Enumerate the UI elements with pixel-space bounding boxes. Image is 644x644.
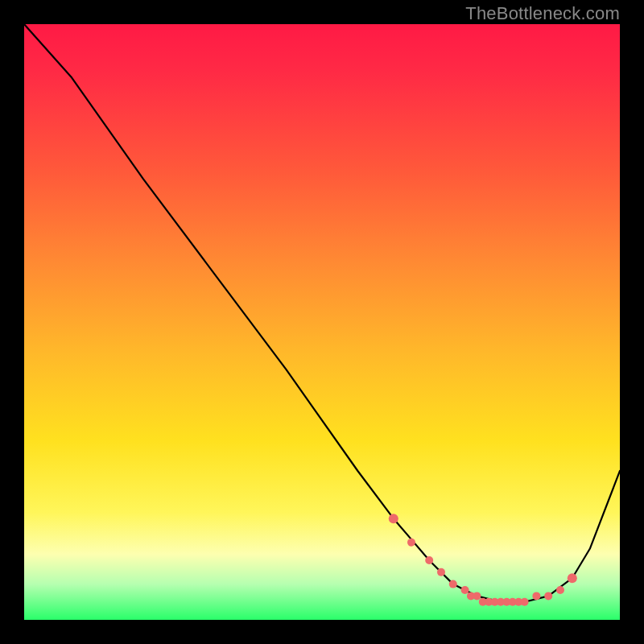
attribution-label: TheBottleneck.com	[465, 3, 620, 24]
highlight-dot	[425, 556, 433, 564]
highlight-dot	[521, 598, 529, 606]
highlight-dot	[437, 568, 445, 576]
highlight-dot	[389, 514, 398, 523]
plot-area	[24, 24, 620, 620]
highlight-dot	[461, 586, 469, 594]
highlight-dot	[568, 573, 577, 583]
highlight-dot	[407, 539, 415, 547]
highlight-dots-group	[389, 514, 577, 606]
highlight-dot	[532, 592, 540, 600]
highlight-dot	[449, 580, 457, 588]
highlight-dot	[544, 592, 552, 600]
highlight-dot	[473, 592, 481, 600]
chart-frame: TheBottleneck.com	[0, 0, 644, 644]
curve-svg	[24, 24, 620, 620]
bottleneck-curve-line	[24, 24, 620, 602]
highlight-dot	[556, 586, 564, 594]
